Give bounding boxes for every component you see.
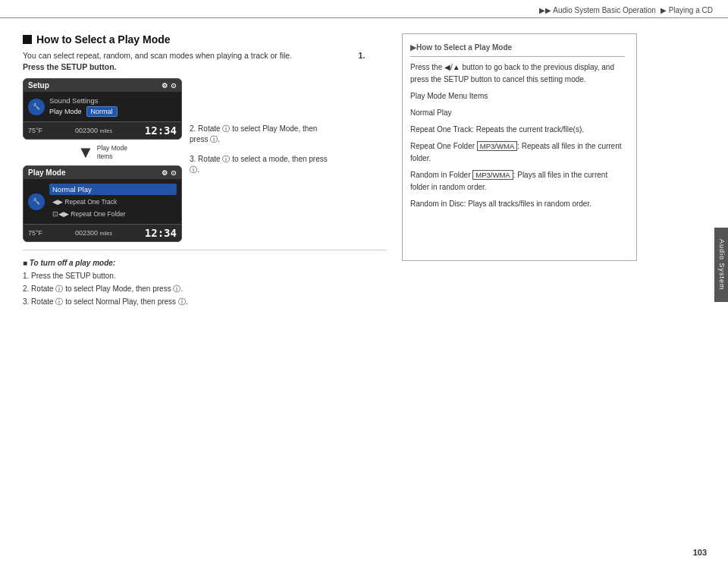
screen2-icon-row: 🔧 Normal Play ◀▶ Repeat One Track bbox=[28, 181, 177, 222]
play-mode-label: Play Mode bbox=[49, 108, 82, 115]
side-tab-label: Audio System bbox=[718, 239, 726, 291]
odo-unit: miles bbox=[100, 128, 112, 134]
step2-text: 2. Rotate ⓘ to select Play Mode, then pr… bbox=[190, 124, 334, 145]
screen1-menu-icon: 🔧 bbox=[28, 99, 45, 115]
right-panel-body: Press the ◀/▲ button to go back to the p… bbox=[410, 61, 625, 210]
screen2-settings-icon: ⚙ bbox=[162, 169, 168, 177]
right-para4: Repeat One Track: Repeats the current tr… bbox=[410, 124, 625, 136]
screen2-rows-content: Normal Play ◀▶ Repeat One Track ⊡◀▶ Repe… bbox=[49, 183, 177, 220]
bottom-step2: 2. Rotate ⓘ to select Play Mode, then pr… bbox=[23, 282, 387, 295]
right-para1: Press the ◀/▲ button to go back to the p… bbox=[410, 61, 625, 86]
setup-screen: Setup ⚙ ⊙ 🔧 Sound Settings bbox=[23, 78, 182, 140]
screen1-clock: 12:34 bbox=[145, 124, 177, 137]
main-content: How to Select a Play Mode You can select… bbox=[0, 18, 728, 552]
screen2-icons: ⚙ ⊙ bbox=[162, 169, 177, 177]
repeat-track-text: ◀▶ Repeat One Track bbox=[52, 198, 117, 206]
normal-play-row: Normal Play bbox=[49, 184, 177, 195]
play-mode-row: Play Mode Normal bbox=[49, 106, 177, 117]
screen1-body: 🔧 Sound Settings Play Mode Normal bbox=[24, 92, 181, 121]
temp-value: 75°F bbox=[28, 127, 42, 134]
screen1-bottom: 75°F 002300 miles 12:34 bbox=[24, 121, 181, 139]
screen2-odo-unit: miles bbox=[100, 231, 112, 236]
screens-column: Setup ⚙ ⊙ 🔧 Sound Settings bbox=[23, 78, 182, 242]
screen2-bottom: 75°F 002300 miles 12:34 bbox=[24, 224, 181, 241]
bottom-header: ■ To turn off a play mode: bbox=[23, 256, 387, 269]
repeat-folder-text: ⊡◀▶ Repeat One Folder bbox=[52, 210, 126, 218]
wrench-icon: 🔧 bbox=[33, 103, 40, 110]
right-para6: Random in Folder MP3/WMA: Plays all file… bbox=[410, 169, 625, 193]
screen2-temp-value: 75°F bbox=[28, 229, 42, 237]
header-bar: ▶▶ Audio System Basic Operation ▶ Playin… bbox=[0, 0, 728, 18]
breadcrumb-current: ▶ Playing a CD bbox=[661, 6, 713, 14]
step3-text: 3. Rotate ⓘ to select a mode, then press… bbox=[190, 154, 334, 175]
screen2-odometer: 002300 miles bbox=[75, 229, 112, 237]
step2-label: 2. Rotate ⓘ to select Play Mode, then pr… bbox=[190, 124, 317, 143]
screen1-odometer: 002300 miles bbox=[75, 127, 112, 134]
screen2-menu-icon: 🔧 bbox=[28, 193, 45, 210]
screen1-menu-content: Sound Settings Play Mode Normal bbox=[49, 96, 177, 117]
left-column: How to Select a Play Mode You can select… bbox=[0, 26, 402, 552]
bottom-step3: 3. Rotate ⓘ to select Normal Play, then … bbox=[23, 295, 387, 308]
repeat-one-folder-row: ⊡◀▶ Repeat One Folder bbox=[49, 208, 177, 219]
mp3wma-badge-2: MP3/WMA bbox=[472, 170, 513, 180]
screen2-header: Play Mode ⚙ ⊙ bbox=[24, 166, 181, 179]
screen2-clock: 12:34 bbox=[145, 227, 177, 239]
repeat-one-track-row: ◀▶ Repeat One Track bbox=[49, 196, 177, 207]
down-arrow-icon: ▼ bbox=[77, 144, 94, 161]
title-decorator bbox=[23, 35, 32, 44]
right-para5: Repeat One Folder MP3/WMA: Repeats all f… bbox=[410, 140, 625, 165]
playmode-screen: Play Mode ⚙ ⊙ 🔧 bbox=[23, 165, 182, 242]
settings-icon: ⚙ bbox=[162, 82, 168, 90]
intro-paragraph: You can select repeat, random, and scan … bbox=[23, 51, 292, 60]
right-para2: Play Mode Menu Items bbox=[410, 90, 625, 102]
bluetooth-icon: ⊙ bbox=[171, 82, 177, 90]
section-title-text: How to Select a Play Mode bbox=[36, 33, 171, 46]
mp3wma-badge-1: MP3/WMA bbox=[477, 141, 517, 151]
right-panel-title: ▶How to Select a Play Mode bbox=[410, 42, 625, 57]
screen2-odo-value: 002300 bbox=[75, 229, 98, 237]
section-title: How to Select a Play Mode bbox=[23, 33, 387, 46]
arrow-with-label: ▼ Play ModeItems bbox=[77, 144, 127, 161]
bottom-step1: 1. Press the SETUP button. bbox=[23, 269, 387, 282]
wrench2-icon: 🔧 bbox=[33, 198, 40, 205]
screen2-bluetooth-icon: ⊙ bbox=[171, 169, 177, 177]
step3-label: 3. Rotate ⓘ to select a mode, then press… bbox=[190, 155, 328, 174]
right-panel: ▶How to Select a Play Mode Press the ◀/▲… bbox=[402, 33, 637, 261]
normal-play-text: Normal Play bbox=[52, 185, 92, 193]
screen1-temp: 75°F bbox=[28, 127, 42, 134]
screen2-body: 🔧 Normal Play ◀▶ Repeat One Track bbox=[24, 179, 181, 224]
steps-text-column: 2. Rotate ⓘ to select Play Mode, then pr… bbox=[190, 78, 334, 175]
screen1-icons: ⚙ ⊙ bbox=[162, 82, 177, 90]
right-para3: Normal Play bbox=[410, 107, 625, 119]
bottom-instructions: ■ To turn off a play mode: 1. Press the … bbox=[23, 250, 387, 308]
breadcrumb: ▶▶ Audio System Basic Operation ▶ Playin… bbox=[539, 6, 713, 14]
arrow-down-container: ▼ Play ModeItems bbox=[77, 144, 127, 161]
arrow-label: Play ModeItems bbox=[97, 144, 127, 161]
intro-text: You can select repeat, random, and scan … bbox=[23, 50, 387, 72]
play-mode-value: Normal bbox=[86, 106, 118, 117]
screen2-temp: 75°F bbox=[28, 229, 42, 237]
screen2-title: Play Mode bbox=[28, 168, 65, 177]
odo-value: 002300 bbox=[75, 127, 98, 134]
screen1-header: Setup ⚙ ⊙ bbox=[24, 79, 181, 92]
right-para7: Random in Disc: Plays all tracks/files i… bbox=[410, 198, 625, 210]
screen1-menu-row: 🔧 Sound Settings Play Mode Normal bbox=[28, 95, 177, 118]
page-number: 103 bbox=[693, 548, 707, 557]
screen1-title: Setup bbox=[28, 81, 49, 90]
side-tab: Audio System bbox=[714, 228, 728, 302]
sound-settings-label: Sound Settings bbox=[49, 96, 177, 106]
steps-area: Setup ⚙ ⊙ 🔧 Sound Settings bbox=[23, 78, 387, 242]
breadcrumb-text: ▶▶ Audio System Basic Operation bbox=[539, 6, 656, 14]
